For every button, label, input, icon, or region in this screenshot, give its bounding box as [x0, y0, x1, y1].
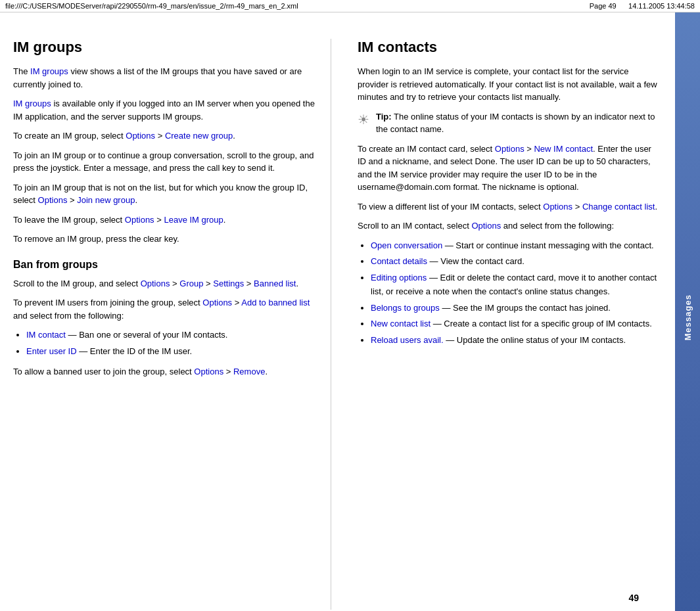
banned-list-link[interactable]: Banned list	[254, 279, 296, 288]
change-contact-list-link[interactable]: Change contact list	[582, 202, 655, 212]
create-new-group-link[interactable]: Create new group	[165, 131, 233, 141]
list-item: New contact list — Create a contact list…	[371, 317, 662, 331]
list-item: IM contact — Ban one or several of your …	[26, 328, 317, 342]
remove-link[interactable]: Remove	[233, 367, 265, 376]
options-link6[interactable]: Options	[125, 215, 154, 225]
contact-details-link[interactable]: Contact details	[371, 256, 427, 266]
im-contacts-bullets: Open conversation — Start or continue in…	[371, 239, 662, 348]
ban-para3: To allow a banned user to join the group…	[13, 365, 317, 378]
options-right4[interactable]: Options	[471, 221, 501, 231]
leave-im-group-link[interactable]: Leave IM group	[164, 215, 223, 225]
list-item: Editing options — Edit or delete the con…	[371, 271, 662, 299]
im-contacts-para3: To view a different list of your IM cont…	[358, 200, 662, 214]
im-groups-para2: IM groups is available only if you logge…	[13, 97, 317, 123]
right-sidebar: Messages	[675, 12, 700, 611]
filepath: file:///C:/USERS/MODEServer/rapi/2290550…	[5, 2, 298, 10]
page-info: Page 49 14.11.2005 13:44:58	[590, 2, 695, 10]
im-groups-para4: To join an IM group or to continue a gro…	[13, 149, 317, 175]
belongs-to-groups-link[interactable]: Belongs to groups	[371, 303, 440, 313]
im-contacts-para1: When login to an IM service is complete,…	[358, 65, 662, 104]
im-groups-para6: To leave the IM group, select Options > …	[13, 214, 317, 227]
enter-user-id-link[interactable]: Enter user ID	[26, 346, 77, 356]
top-bar: file:///C:/USERS/MODEServer/rapi/2290550…	[0, 0, 700, 12]
add-to-banned-list-link[interactable]: Add to banned list	[241, 298, 310, 307]
options-right2[interactable]: Options	[495, 144, 525, 154]
list-item: Belongs to groups — See the IM groups th…	[371, 302, 662, 315]
right-column: IM contacts When login to an IM service …	[351, 39, 662, 610]
columns: IM groups The IM groups view shows a lis…	[13, 39, 662, 610]
options-ban3[interactable]: Options	[194, 367, 223, 376]
left-column: IM groups The IM groups view shows a lis…	[13, 39, 331, 610]
options-link3[interactable]: Options	[126, 131, 155, 141]
im-groups-para1: The IM groups view shows a list of the I…	[13, 65, 317, 91]
ban-para2: To prevent IM users from joining the gro…	[13, 296, 317, 322]
tip-icon: ☀	[358, 112, 369, 127]
settings-link[interactable]: Settings	[213, 279, 244, 288]
ban-bullets-list: IM contact — Ban one or several of your …	[26, 328, 317, 359]
im-contacts-para4: Scroll to an IM contact, select Options …	[358, 219, 662, 233]
options-ban2[interactable]: Options	[202, 298, 232, 307]
ban-para1: Scroll to the IM group, and select Optio…	[13, 277, 317, 290]
im-groups-link1[interactable]: IM groups	[30, 66, 68, 76]
page-number: 49	[628, 593, 639, 603]
sidebar-label: Messages	[683, 294, 693, 340]
new-im-contact-link[interactable]: New IM contact	[534, 144, 593, 154]
main-content: IM groups The IM groups view shows a lis…	[0, 12, 675, 611]
options-ban1[interactable]: Options	[141, 279, 170, 288]
options-link5[interactable]: Options	[38, 195, 68, 205]
options-right3[interactable]: Options	[543, 202, 572, 212]
tip-box: ☀ Tip: The online status of your IM cont…	[358, 110, 662, 136]
im-contacts-para2: To create an IM contact card, select Opt…	[358, 143, 662, 194]
im-groups-para5: To join an IM group that is not on the l…	[13, 181, 317, 207]
group-link[interactable]: Group	[179, 279, 203, 288]
im-groups-link2[interactable]: IM groups	[13, 99, 51, 108]
open-conversation-link[interactable]: Open conversation	[371, 240, 442, 250]
im-groups-para7: To remove an IM group, press the clear k…	[13, 233, 317, 246]
list-item: Contact details — View the contact card.	[371, 255, 662, 269]
reload-users-avail-link[interactable]: Reload users avail.	[371, 335, 444, 345]
im-groups-para3: To create an IM group, select Options > …	[13, 129, 317, 143]
editing-options-link[interactable]: Editing options	[371, 273, 427, 283]
im-contact-link[interactable]: IM contact	[26, 330, 66, 340]
ban-from-groups-heading: Ban from groups	[13, 259, 317, 271]
im-contacts-heading: IM contacts	[358, 39, 662, 56]
list-item: Open conversation — Start or continue in…	[371, 239, 662, 253]
tip-text: Tip: The online status of your IM contac…	[376, 110, 662, 136]
im-groups-heading: IM groups	[13, 39, 317, 56]
list-item: Reload users avail. — Update the online …	[371, 334, 662, 348]
new-contact-list-link[interactable]: New contact list	[371, 319, 431, 328]
page-wrapper: IM groups The IM groups view shows a lis…	[0, 12, 700, 611]
list-item: Enter user ID — Enter the ID of the IM u…	[26, 345, 317, 359]
join-new-group-link[interactable]: Join new group	[77, 195, 135, 205]
